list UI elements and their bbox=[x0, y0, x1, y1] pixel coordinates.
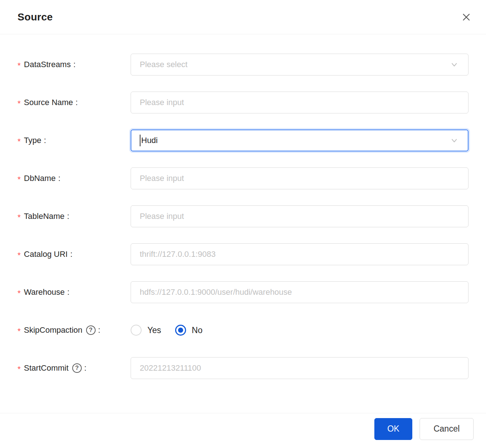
tablename-input[interactable] bbox=[131, 205, 468, 227]
close-icon bbox=[461, 12, 471, 22]
label-colon: : bbox=[70, 250, 72, 259]
form-row-warehouse: * Warehouse : bbox=[18, 281, 468, 303]
form-row-source-name: * Source Name : bbox=[18, 92, 468, 113]
label-colon: : bbox=[98, 325, 100, 335]
label-colon: : bbox=[67, 212, 69, 221]
datastreams-select[interactable]: Please select bbox=[131, 54, 468, 76]
field-label-text: Type bbox=[24, 136, 42, 145]
field-label: * DbName : bbox=[18, 174, 131, 183]
field-label: * Type : bbox=[18, 136, 131, 145]
field-label-text: Source Name bbox=[24, 98, 73, 107]
dialog-footer: OK Cancel bbox=[0, 413, 486, 448]
field-label-text: TableName bbox=[24, 212, 65, 221]
field-label: * Catalog URI : bbox=[18, 250, 131, 259]
form-row-skipcompaction: * SkipCompaction ? : Yes No bbox=[18, 319, 468, 341]
required-asterisk: * bbox=[18, 289, 21, 297]
required-asterisk: * bbox=[18, 100, 21, 108]
form-row-dbname: * DbName : bbox=[18, 167, 468, 189]
field-label-text: Warehouse bbox=[24, 287, 65, 297]
required-asterisk: * bbox=[18, 365, 21, 373]
required-asterisk: * bbox=[18, 175, 21, 184]
select-value: Hudi bbox=[141, 136, 450, 145]
dialog-header: Source bbox=[0, 0, 486, 34]
catalog-uri-input[interactable] bbox=[131, 243, 468, 265]
label-colon: : bbox=[76, 98, 78, 107]
field-label: * DataStreams : bbox=[18, 60, 131, 69]
question-circle-icon[interactable]: ? bbox=[86, 325, 96, 335]
radio-checked-icon[interactable] bbox=[175, 325, 186, 336]
label-colon: : bbox=[84, 363, 86, 373]
close-button[interactable] bbox=[459, 10, 474, 24]
radio-label: No bbox=[192, 325, 202, 335]
question-circle-icon[interactable]: ? bbox=[72, 363, 82, 373]
field-label-text: StartCommit bbox=[24, 363, 69, 373]
form-row-type: * Type : Hudi bbox=[18, 130, 468, 151]
required-asterisk: * bbox=[18, 213, 21, 221]
source-name-input[interactable] bbox=[131, 92, 468, 113]
field-label: * StartCommit ? : bbox=[18, 363, 131, 373]
dbname-input[interactable] bbox=[131, 167, 468, 189]
chevron-down-icon bbox=[450, 136, 459, 145]
warehouse-input[interactable] bbox=[131, 281, 468, 303]
skipcompaction-radio-group: Yes No bbox=[131, 319, 468, 341]
label-colon: : bbox=[67, 287, 69, 297]
source-dialog: Source * DataStreams : Please select bbox=[0, 0, 486, 448]
radio-option-yes[interactable]: Yes bbox=[131, 325, 161, 336]
radio-unchecked-icon[interactable] bbox=[131, 325, 142, 336]
form-row-tablename: * TableName : bbox=[18, 205, 468, 227]
radio-option-no[interactable]: No bbox=[175, 325, 202, 336]
cancel-button[interactable]: Cancel bbox=[420, 418, 474, 440]
label-colon: : bbox=[44, 136, 46, 145]
field-label: * Source Name : bbox=[18, 98, 131, 107]
field-label: * SkipCompaction ? : bbox=[18, 325, 131, 335]
label-colon: : bbox=[58, 174, 60, 183]
field-label-text: DataStreams bbox=[24, 60, 71, 69]
chevron-down-icon bbox=[450, 60, 459, 69]
required-asterisk: * bbox=[18, 251, 21, 259]
form-row-catalog-uri: * Catalog URI : bbox=[18, 243, 468, 265]
field-label-text: SkipCompaction bbox=[24, 325, 82, 335]
field-label-text: DbName bbox=[24, 174, 56, 183]
select-placeholder: Please select bbox=[140, 60, 450, 69]
label-colon: : bbox=[73, 60, 76, 69]
field-label: * TableName : bbox=[18, 212, 131, 221]
text-cursor bbox=[140, 135, 140, 146]
required-asterisk: * bbox=[18, 62, 21, 70]
dialog-body: * DataStreams : Please select * Source N… bbox=[0, 34, 486, 379]
dialog-title: Source bbox=[18, 11, 53, 23]
radio-label: Yes bbox=[147, 325, 161, 335]
field-label: * Warehouse : bbox=[18, 287, 131, 297]
required-asterisk: * bbox=[18, 327, 21, 335]
field-label-text: Catalog URI bbox=[24, 250, 68, 259]
form-row-startcommit: * StartCommit ? : bbox=[18, 357, 468, 379]
ok-button[interactable]: OK bbox=[374, 418, 412, 440]
required-asterisk: * bbox=[18, 138, 21, 146]
type-select[interactable]: Hudi bbox=[131, 130, 468, 151]
startcommit-input[interactable] bbox=[131, 357, 468, 379]
form-row-datastreams: * DataStreams : Please select bbox=[18, 54, 468, 76]
